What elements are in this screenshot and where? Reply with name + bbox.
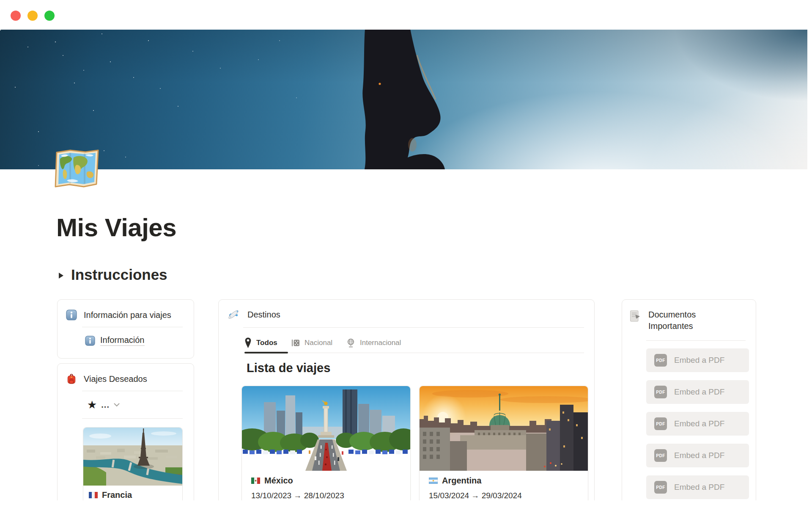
paris-photo: [83, 428, 182, 486]
page-icon-world-map-emoji[interactable]: [54, 148, 101, 188]
instructions-toggle[interactable]: Instrucciones: [58, 266, 167, 283]
tabs-divider: [243, 353, 584, 353]
pdf-icon: PDF: [654, 386, 667, 398]
pdf-icon: PDF: [654, 417, 667, 430]
trip-mexico-name-row: México: [251, 476, 293, 486]
mexico-flag-icon: [251, 478, 260, 484]
person-silhouette: [334, 30, 461, 169]
embed-pdf-button[interactable]: PDF Embed a PDF: [646, 475, 749, 499]
trip-list-heading: Lista de viajes: [247, 361, 330, 375]
trip-card-mexico[interactable]: México 13/10/2023 → 28/10/2023: [241, 386, 411, 508]
embed-pdf-label: Embed a PDF: [674, 483, 724, 492]
embed-pdf-label: Embed a PDF: [674, 356, 724, 365]
embed-pdf-label: Embed a PDF: [674, 419, 724, 428]
information-emoji-icon: [85, 336, 95, 346]
document-icon: [629, 310, 641, 323]
informacion-page-link[interactable]: Información: [85, 335, 145, 346]
trip-argentina-dates: 15/03/2024 → 29/03/2024: [429, 491, 522, 500]
trip-argentina-name-row: Argentina: [429, 476, 481, 486]
tab-nacional-label: Nacional: [304, 339, 332, 347]
info-for-trips-card: Información para viajes Información: [57, 299, 194, 359]
divider: [646, 340, 746, 341]
embed-pdf-button[interactable]: PDF Embed a PDF: [646, 412, 749, 436]
mexico-city-photo: [242, 386, 410, 471]
tab-internacional-label: Internacional: [360, 339, 401, 347]
divider: [82, 327, 183, 327]
tab-nacional[interactable]: Nacional: [291, 339, 332, 347]
trip-mexico-dates: 13/10/2023 → 28/10/2023: [251, 491, 344, 500]
destinations-card: Destinos Todos Nacional: [218, 299, 595, 508]
page-title: Mis Viajes: [56, 213, 176, 242]
minimize-window-button[interactable]: [27, 11, 38, 21]
close-window-button[interactable]: [11, 11, 21, 21]
embed-pdf-button[interactable]: PDF Embed a PDF: [646, 380, 749, 404]
info-card-header: Información para viajes: [66, 309, 171, 320]
wishlist-item-caption: Francia: [89, 490, 132, 500]
info-card-title: Información para viajes: [84, 310, 171, 320]
destinations-header: Destinos: [226, 307, 280, 322]
pdf-icon: PDF: [654, 449, 667, 462]
gallery-view-switcher[interactable]: ★ ...: [87, 399, 120, 410]
view-name-label: ...: [101, 400, 110, 410]
france-flag-icon: [89, 492, 98, 498]
trip-card-argentina[interactable]: Argentina 15/03/2024 → 29/03/2024: [419, 386, 588, 508]
tab-todos[interactable]: Todos: [244, 337, 277, 349]
pdf-icon: PDF: [654, 354, 667, 367]
globe-icon: [346, 338, 355, 348]
divider: [82, 418, 183, 419]
viewport-bottom-cut: [0, 500, 812, 508]
wishlist-item-francia[interactable]: Francia: [83, 427, 183, 508]
backpack-emoji-icon: [66, 373, 77, 384]
wishlist-card-header: Viajes Deseados: [66, 373, 147, 384]
wishlist-card: Viajes Deseados ★ ...: [57, 363, 194, 505]
embed-pdf-button[interactable]: PDF Embed a PDF: [646, 348, 749, 372]
cover-image: [0, 30, 807, 169]
wishlist-card-title: Viajes Deseados: [84, 374, 147, 384]
information-emoji-icon: [66, 309, 77, 320]
embed-pdf-button[interactable]: PDF Embed a PDF: [646, 444, 749, 467]
wishlist-item-label: Francia: [102, 490, 132, 500]
trip-mexico-name: México: [264, 476, 293, 486]
toggle-triangle-icon: [58, 272, 64, 279]
location-pin-icon: [244, 337, 252, 349]
card-icon: [291, 339, 300, 347]
documents-card: Documentos Importantes PDF Embed a PDF P…: [622, 299, 756, 508]
airplane-emoji-icon: [226, 307, 241, 322]
divider: [243, 327, 584, 328]
destinations-title: Destinos: [247, 310, 280, 320]
chevron-down-icon: [114, 403, 120, 407]
tab-internacional[interactable]: Internacional: [346, 338, 401, 348]
window-titlebar: [0, 0, 812, 30]
divider: [82, 391, 183, 391]
pdf-icon: PDF: [654, 481, 667, 494]
zoom-window-button[interactable]: [44, 11, 55, 21]
trip-argentina-name: Argentina: [442, 476, 481, 486]
star-icon: ★: [87, 399, 97, 410]
cover-stars: [0, 30, 1, 30]
documents-title: Documentos Importantes: [648, 309, 742, 332]
embed-pdf-label: Embed a PDF: [674, 387, 724, 397]
embed-pdf-label: Embed a PDF: [674, 451, 724, 460]
instructions-toggle-label: Instrucciones: [71, 266, 167, 283]
notion-window: Mis Viajes Instrucciones Información par…: [0, 0, 812, 508]
buenos-aires-photo: [420, 386, 588, 471]
active-tab-underline: [244, 352, 288, 353]
informacion-link-label: Información: [100, 335, 145, 346]
tab-todos-label: Todos: [256, 339, 277, 347]
argentina-flag-icon: [429, 478, 438, 484]
documents-header: Documentos Importantes: [629, 309, 742, 332]
